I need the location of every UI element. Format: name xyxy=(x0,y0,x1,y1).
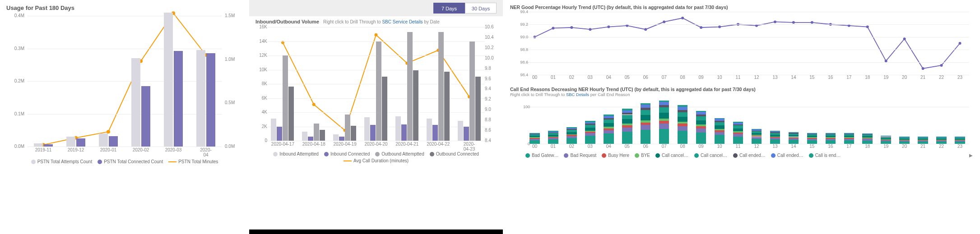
chart-a-x-axis: 2019-112019-122020-012020-022020-032020-… xyxy=(27,147,222,155)
footer-strip xyxy=(249,229,503,234)
panel-c2-title: Call End Reasons Decreasing NER Hourly T… xyxy=(510,87,973,92)
svg-point-9 xyxy=(375,33,378,37)
legend-c2-item: Call is end… xyxy=(809,153,841,158)
tab-bar: 7 Days 30 Days xyxy=(249,0,503,16)
panel-ner: NER Good Percentage Hourly Trend (UTC) (… xyxy=(503,0,980,234)
panel-usage-180-days: Usage for Past 180 Days 0.0M0.1M0.2M0.3M… xyxy=(0,0,249,234)
legend-a-attempts: PSTN Total Attempts Count xyxy=(31,159,93,164)
svg-point-28 xyxy=(811,21,813,24)
legend-b-in-con: Inbound Connected xyxy=(324,151,370,156)
svg-point-31 xyxy=(866,26,869,28)
chart-usage-180-days: 0.0M0.1M0.2M0.3M0.4M0.0M0.5M1.0M1.5M xyxy=(27,16,222,147)
legend-c2-item: BYE xyxy=(635,153,650,158)
svg-point-33 xyxy=(903,37,906,40)
legend-b-out-con: Outbound Connected xyxy=(430,151,479,156)
svg-point-2 xyxy=(107,130,110,133)
svg-point-20 xyxy=(663,20,665,23)
legend-b-out-att: Outbound Attemptted xyxy=(375,151,424,156)
legend-c2-item: Bad Gatew… xyxy=(525,153,558,158)
chart-c2-legend: Bad Gatew…Bad RequestBusy HereBYECall ca… xyxy=(510,153,973,158)
svg-point-15 xyxy=(570,26,573,29)
panel-c1-title: NER Good Percentage Hourly Trend (UTC) (… xyxy=(510,5,973,10)
legend-c2-item: Call ended… xyxy=(733,153,766,158)
svg-point-36 xyxy=(959,42,961,45)
legend-scroll-right-icon[interactable]: ▶ xyxy=(969,153,973,158)
panel-b-title: Inbound/Outbound Volume xyxy=(255,19,319,24)
panel-inbound-outbound: 7 Days 30 Days Inbound/Outbound Volume R… xyxy=(249,0,503,234)
legend-c2-item: Busy Here xyxy=(602,153,629,158)
legend-c2-item: Call cancell… xyxy=(655,153,689,158)
panel-a-title: Usage for Past 180 Days xyxy=(6,5,243,11)
chart-c1-x-axis: 0001020304050607080910111213141516171819… xyxy=(525,75,969,81)
svg-point-14 xyxy=(552,27,554,29)
chart-a-legend: PSTN Total Attempts Count PSTN Total Con… xyxy=(6,159,243,164)
svg-point-17 xyxy=(607,26,610,28)
panel-b-caption: Inbound/Outbound Volume Right click to D… xyxy=(249,16,503,24)
svg-point-16 xyxy=(589,28,591,31)
tab-30-days[interactable]: 30 Days xyxy=(465,3,497,14)
legend-c2-item: Bad Request xyxy=(564,153,596,158)
chart-ner-good-pct: 98.498.698.899.099.299.4 xyxy=(525,12,969,75)
legend-a-minutes: PSTN Total Minutes xyxy=(168,159,218,164)
legend-a-connected: PSTN Total Connected Count xyxy=(98,159,163,164)
legend-c2-item: Call ended… xyxy=(771,153,804,158)
chart-call-end-reasons: 0100 xyxy=(525,100,969,144)
link-sbc-details[interactable]: SBC Details xyxy=(566,92,589,97)
link-sbc-service-details[interactable]: SBC Service Details xyxy=(382,19,423,24)
svg-point-7 xyxy=(312,103,316,106)
svg-point-22 xyxy=(700,26,702,29)
svg-point-34 xyxy=(922,67,924,70)
panel-c2-hint: Right click to Drill Through to SBC Deta… xyxy=(510,92,973,97)
chart-inbound-outbound: 02K4K6K8K10K12K14K16K8.48.68.89.09.29.49… xyxy=(267,27,485,141)
svg-point-19 xyxy=(644,28,647,31)
chart-b-x-axis: 2020-04-172020-04-182020-04-192020-04-20… xyxy=(267,141,485,149)
tab-7-days[interactable]: 7 Days xyxy=(433,3,465,14)
svg-point-21 xyxy=(681,17,684,19)
legend-c2-item: Call cancell… xyxy=(694,153,728,158)
chart-b-legend: Inbound Attemptted Inbound Connected Out… xyxy=(249,151,503,163)
svg-point-23 xyxy=(718,26,721,28)
legend-b-avg: Avg Call Duration (minutes) xyxy=(344,158,409,163)
svg-point-26 xyxy=(774,20,776,23)
svg-point-27 xyxy=(792,21,795,24)
svg-point-35 xyxy=(940,64,943,67)
legend-b-in-att: Inbound Attemptted xyxy=(273,151,319,156)
chart-c2-x-axis: 0001020304050607080910111213141516171819… xyxy=(525,144,969,150)
